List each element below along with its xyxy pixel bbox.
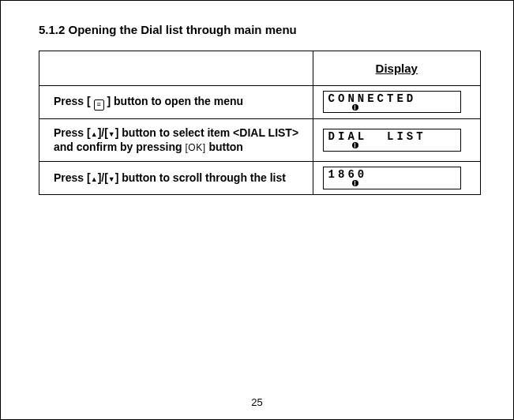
down-arrow-icon: ▼ [108, 175, 115, 183]
text: ]/[ [98, 171, 108, 184]
page-number: 25 [1, 396, 513, 408]
instruction-cell: Press [▲]/[▼] button to scroll through t… [39, 162, 313, 194]
lcd-display: DIAL LIST [323, 129, 461, 151]
lcd-display: CONNECTED [323, 91, 461, 113]
menu-icon: ≡ [94, 99, 104, 111]
text: ] button to select item [115, 126, 230, 139]
ok-label: [OK] [185, 142, 205, 153]
text: Press [ [54, 171, 91, 184]
page-content: 5.1.2 Opening the Dial list through main… [39, 23, 481, 195]
table-row: Press [ ≡ ] button to open the menu CONN… [39, 86, 481, 119]
table-header-row: Display [39, 51, 481, 86]
header-blank [39, 51, 313, 86]
section-heading: 5.1.2 Opening the Dial list through main… [39, 23, 481, 36]
text: ] button to scroll through the list [115, 171, 286, 184]
page-frame: 5.1.2 Opening the Dial list through main… [0, 0, 514, 420]
down-arrow-icon: ▼ [108, 130, 115, 138]
instruction-cell: Press [▲]/[▼] button to select item <DIA… [39, 118, 313, 162]
instruction-cell: Press [ ≡ ] button to open the menu [39, 86, 313, 119]
lcd-line1: DIAL LIST [328, 131, 456, 142]
text: and confirm by pressing [54, 141, 185, 153]
display-cell: CONNECTED [313, 86, 480, 119]
display-cell: DIAL LIST [313, 118, 480, 162]
table-row: Press [▲]/[▼] button to scroll through t… [39, 162, 481, 194]
text: <DIAL LIST> [233, 126, 298, 139]
header-display: Display [313, 51, 480, 86]
up-arrow-icon: ▲ [91, 175, 98, 183]
instruction-table: Display Press [ ≡ ] button to open the m… [39, 51, 481, 195]
text: ]/[ [98, 126, 108, 139]
text: Press [ [54, 95, 91, 107]
bluetooth-icon [352, 142, 358, 148]
bluetooth-icon [352, 180, 358, 186]
text: Press [ [54, 126, 91, 139]
lcd-line1: 1860 [328, 169, 456, 180]
lcd-display: 1860 [323, 167, 461, 189]
lcd-line2 [328, 104, 456, 111]
table-row: Press [▲]/[▼] button to select item <DIA… [39, 118, 481, 162]
lcd-line1: CONNECTED [328, 93, 456, 104]
display-cell: 1860 [313, 162, 480, 194]
text: button [206, 141, 243, 153]
bluetooth-icon [352, 104, 358, 111]
lcd-line2 [328, 180, 456, 187]
text: ] button to open the menu [107, 95, 243, 107]
lcd-line2 [328, 142, 456, 149]
up-arrow-icon: ▲ [91, 130, 98, 138]
header-display-label: Display [376, 62, 418, 75]
